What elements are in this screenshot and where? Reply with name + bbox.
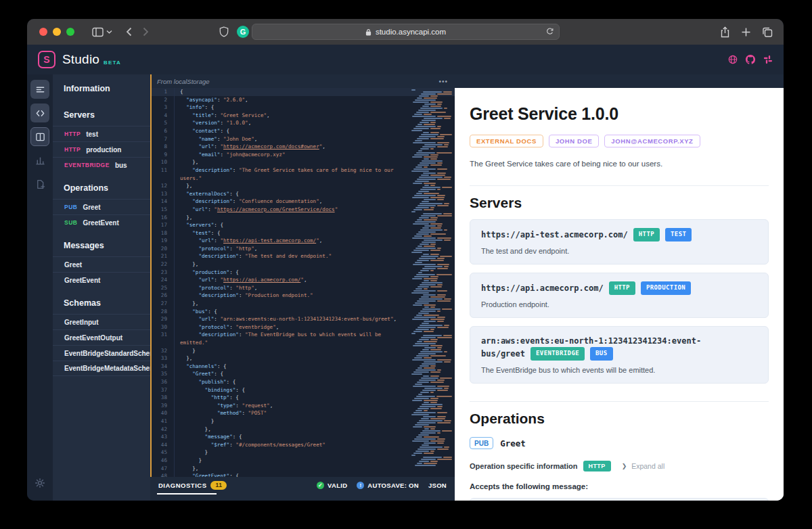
sidebar-item-greetinput[interactable]: GreetInput xyxy=(53,314,150,329)
navigation-menu-icon[interactable] xyxy=(30,80,49,99)
reload-icon[interactable] xyxy=(545,27,554,36)
split-view-icon[interactable] xyxy=(30,127,49,146)
service-description: The Greet Service takes care of being ni… xyxy=(470,160,769,168)
line-number: 23 xyxy=(150,269,175,277)
line-number: 26 xyxy=(150,292,175,300)
item-kind-tag: HTTP xyxy=(64,146,81,153)
browser-window: G studio.asyncapi.com xyxy=(27,19,784,501)
valid-label: VALID xyxy=(328,482,347,489)
server-description: The test and dev endpoint. xyxy=(481,247,757,255)
accepts-message-label: Accepts the following message: xyxy=(470,482,769,490)
traffic-lights xyxy=(39,28,74,36)
chevron-down-icon[interactable] xyxy=(106,30,112,34)
info-badge-external-docs[interactable]: EXTERNAL DOCS xyxy=(470,135,543,147)
url-text: studio.asyncapi.com xyxy=(376,28,446,36)
line-number: 41 xyxy=(150,417,175,426)
server-card: https://api-test.acmecorp.com/HTTPTESTTh… xyxy=(470,219,769,264)
source-label: From localStorage xyxy=(157,78,210,85)
github-icon[interactable] xyxy=(746,55,755,64)
editor-menu-icon[interactable]: ••• xyxy=(438,78,448,85)
nav-section-title: Messages xyxy=(53,230,150,256)
sidebar-item-greet[interactable]: Greet xyxy=(53,256,150,272)
line-text: "version": "1.0.0", xyxy=(175,119,251,127)
item-label: test xyxy=(86,131,98,138)
code-editor: From localStorage ••• 1{2 "asyncapi": "2… xyxy=(150,74,455,501)
line-text: } xyxy=(175,457,202,465)
line-text: users." xyxy=(175,175,202,183)
info-badge-john-acmecorp-xyz[interactable]: JOHN@ACMECORP.XYZ xyxy=(604,135,700,147)
sidebar-item-test[interactable]: HTTPtest xyxy=(53,126,150,141)
visualizer-chart-icon[interactable] xyxy=(30,151,49,170)
item-kind-tag: EVENTBRIDGE xyxy=(64,162,110,168)
minimize-window-button[interactable] xyxy=(53,28,61,36)
address-bar[interactable]: studio.asyncapi.com xyxy=(252,24,560,40)
expand-all-button[interactable]: Expand all xyxy=(631,462,664,470)
item-label: EventBridgeMetadataSchema xyxy=(64,365,150,372)
sidebar-item-bus[interactable]: EVENTBRIDGEbus xyxy=(53,157,150,172)
line-number: 17 xyxy=(150,221,175,229)
line-number: 16 xyxy=(150,214,175,222)
sidebar-item-greet[interactable]: PUBGreet xyxy=(53,199,150,214)
sidebar-item-greetevent[interactable]: SUBGreetEvent xyxy=(53,214,150,230)
line-number: 43 xyxy=(150,433,175,441)
editor-statusbar: DIAGNOSTICS 11 ✓ VALID ! AUTOSAVE: ON xyxy=(150,477,455,501)
item-label: GreetEventOutput xyxy=(64,334,122,342)
line-number: 48 xyxy=(150,472,175,477)
line-text: "url": "https://acmecorp.com/GreetServic… xyxy=(175,206,338,214)
line-number: 34 xyxy=(150,363,175,371)
sidebar-toggle-icon[interactable] xyxy=(92,27,104,37)
line-number xyxy=(150,339,175,347)
operation-name: Greet xyxy=(500,438,526,448)
line-number: 20 xyxy=(150,245,175,253)
line-number: 9 xyxy=(150,151,175,159)
editor-header: From localStorage ••• xyxy=(150,74,455,88)
line-text: } xyxy=(175,448,208,457)
back-icon[interactable] xyxy=(126,27,132,37)
new-file-icon[interactable] xyxy=(30,175,49,193)
sidebar-item-production[interactable]: HTTPproduction xyxy=(53,141,150,157)
tab-overview-icon[interactable] xyxy=(762,27,773,37)
diagnostics-tab[interactable]: DIAGNOSTICS 11 xyxy=(158,481,227,490)
line-number: 19 xyxy=(150,237,175,245)
share-icon[interactable] xyxy=(720,26,730,38)
app-title: Studio xyxy=(62,52,99,67)
line-number: 18 xyxy=(150,229,175,237)
slack-icon[interactable] xyxy=(763,55,773,64)
line-number: 2 xyxy=(150,96,175,104)
code-editor-icon[interactable] xyxy=(30,104,49,122)
item-label: production xyxy=(86,146,121,154)
sidebar-item-greetevent[interactable]: GreetEvent xyxy=(53,272,150,288)
website-globe-icon[interactable] xyxy=(728,55,738,64)
line-text: }, xyxy=(175,182,192,190)
servers-heading: Servers xyxy=(470,185,769,211)
close-window-button[interactable] xyxy=(39,28,47,36)
privacy-shield-icon[interactable] xyxy=(219,26,229,37)
line-text: }, xyxy=(175,354,192,363)
sidebar-item-eventbridgestandardschema[interactable]: EventBridgeStandardSchema xyxy=(53,345,150,361)
language-indicator[interactable]: JSON xyxy=(428,482,447,489)
valid-check-icon: ✓ xyxy=(317,482,324,489)
line-number: 12 xyxy=(150,182,175,190)
line-text: "Greet": { xyxy=(175,370,223,378)
new-tab-icon[interactable] xyxy=(741,27,751,37)
line-number: 8 xyxy=(150,143,175,151)
editor-minimap[interactable] xyxy=(409,89,452,474)
sidebar-item-eventbridgemetadataschema[interactable]: EventBridgeMetadataSchema xyxy=(53,361,150,376)
line-text: "servers": { xyxy=(175,221,223,229)
settings-gear-icon[interactable] xyxy=(30,474,49,492)
info-badges: EXTERNAL DOCSJOHN DOEJOHN@ACMECORP.XYZ xyxy=(470,135,769,147)
zoom-window-button[interactable] xyxy=(66,28,74,36)
forward-icon[interactable] xyxy=(143,27,149,37)
line-text: "name": "John Doe", xyxy=(175,135,257,143)
line-text: "asyncapi": "2.6.0", xyxy=(175,96,248,104)
line-number: 27 xyxy=(150,300,175,308)
server-badge-http: HTTP xyxy=(609,281,635,295)
line-text: "protocol": "http", xyxy=(175,284,257,292)
info-badge-john-doe: JOHN DOE xyxy=(549,135,599,147)
sidebar-item-greeteventoutput[interactable]: GreetEventOutput xyxy=(53,329,150,345)
line-text: }, xyxy=(175,260,198,269)
line-number: 47 xyxy=(150,465,175,473)
server-cards: https://api-test.acmecorp.com/HTTPTESTTh… xyxy=(470,219,769,384)
line-text: "protocol": "eventbridge", xyxy=(175,323,279,331)
grammarly-extension-icon[interactable]: G xyxy=(237,26,249,38)
